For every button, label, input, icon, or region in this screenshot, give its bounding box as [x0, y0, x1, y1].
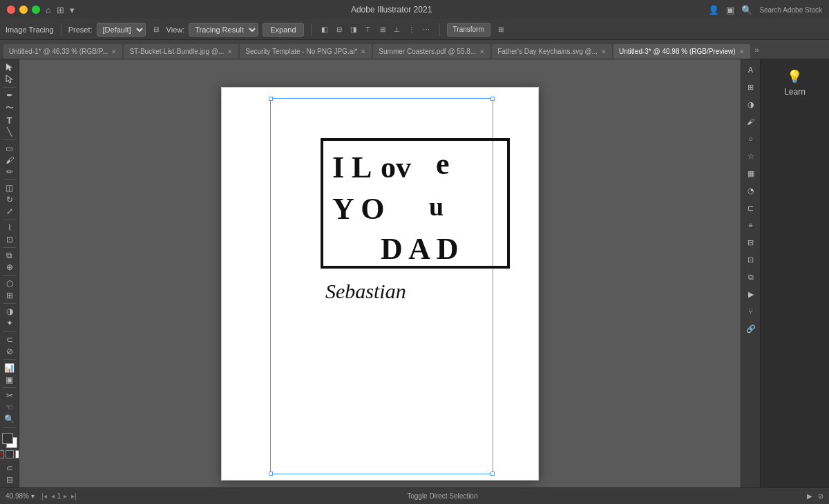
column-graph-icon[interactable]: 📊 [2, 362, 17, 373]
transform-options-icon[interactable]: ⊞ [495, 23, 507, 36]
tab-4[interactable]: Father's Day Keychains.svg @... ✕ [491, 43, 613, 59]
page-last-btn[interactable]: ▸| [70, 492, 78, 500]
tab-0-close[interactable]: ✕ [111, 48, 117, 55]
swatch-container[interactable] [2, 433, 17, 448]
minimize-button[interactable] [19, 6, 28, 14]
brush-icon[interactable]: 🖌 [743, 114, 759, 129]
search-adobe-icon[interactable]: 🔍 [741, 5, 752, 15]
zoom-tool-icon[interactable]: 🔍 [2, 414, 17, 425]
variables-icon[interactable]: ⑂ [743, 304, 759, 319]
tab-1-close[interactable]: ✕ [227, 48, 233, 55]
distribute-h-icon[interactable]: ⋮ [406, 23, 418, 36]
blend-tool-icon[interactable]: ⊂ [2, 335, 17, 345]
line-tool-icon[interactable]: ╲ [2, 127, 17, 137]
pathfinder-icon[interactable]: ⧉ [743, 269, 759, 284]
appearance-icon[interactable]: ≡ [743, 217, 759, 233]
graphic-styles-icon[interactable]: ☆ [743, 148, 759, 164]
symbols-icon[interactable]: ○ [743, 131, 759, 146]
rotate-tool-icon[interactable]: ↻ [2, 195, 17, 205]
paintbrush-tool-icon[interactable]: 🖌 [2, 155, 17, 165]
view-select[interactable]: Tracing Result [189, 23, 258, 37]
tab-5[interactable]: Untitled-3* @ 40.98 % (RGB/Preview) ✕ [613, 43, 751, 59]
status-extra-icon[interactable]: ⊘ [818, 492, 823, 500]
handle-br[interactable] [490, 472, 495, 476]
learn-button[interactable]: 💡 Learn [780, 65, 810, 101]
symbol-sprayer-icon[interactable]: ⊘ [2, 346, 17, 356]
no-color-swatch[interactable] [0, 450, 4, 458]
align-top-icon[interactable]: ⊤ [362, 23, 374, 36]
eyedropper-icon[interactable]: ✦ [2, 318, 17, 329]
direct-selection-tool-icon[interactable] [2, 74, 17, 84]
tab-2-close[interactable]: ✕ [361, 48, 366, 55]
warp-tool-icon[interactable]: ⌇ [2, 222, 17, 233]
hand-tool-icon[interactable]: ☜ [2, 403, 17, 413]
slice-tool-icon[interactable]: ✂ [2, 391, 17, 401]
pencil-tool-icon[interactable]: ✏ [2, 166, 17, 177]
expand-button[interactable]: Expand [263, 23, 303, 37]
arrangement-icon[interactable]: ▣ [726, 5, 734, 15]
align-icon[interactable]: ⊟ [743, 235, 759, 250]
rectangle-tool-icon[interactable]: ▭ [2, 143, 17, 153]
live-paint-icon[interactable]: ⊕ [2, 262, 17, 273]
shape-builder-icon[interactable]: ⧉ [2, 251, 17, 261]
tab-3[interactable]: Summer Coasters.pdf @ 55.8... ✕ [372, 43, 491, 59]
libraries-icon[interactable]: ◑ [743, 97, 759, 112]
tab-3-close[interactable]: ✕ [479, 48, 485, 55]
layers-icon[interactable]: ⊞ [743, 79, 759, 95]
handle-tl[interactable] [269, 97, 273, 101]
gradient-tool-icon[interactable]: ◑ [2, 307, 17, 317]
page-first-btn[interactable]: |◂ [40, 492, 48, 500]
free-transform-icon[interactable]: ⊡ [2, 234, 17, 244]
actions-icon[interactable]: ▶ [743, 287, 759, 302]
zoom-dropdown-icon[interactable]: ▾ [31, 492, 35, 500]
preset-select[interactable]: [Default] [97, 23, 146, 37]
properties-icon[interactable]: A [743, 62, 759, 77]
home-icon[interactable]: ⌂ [46, 5, 51, 15]
selection-tool-icon[interactable] [2, 62, 17, 72]
tab-1[interactable]: ST-Bucket-List-Bundle.jpg @... ✕ [123, 43, 239, 59]
align-center-v-icon[interactable]: ⊞ [377, 23, 389, 36]
black-swatch[interactable] [6, 450, 14, 458]
transform-panel-icon[interactable]: ⊡ [743, 252, 759, 267]
profile-icon[interactable]: 👤 [708, 5, 719, 15]
tab-4-close[interactable]: ✕ [601, 48, 607, 55]
eraser-tool-icon[interactable]: ◫ [2, 183, 17, 193]
maximize-button[interactable] [32, 6, 40, 14]
distribute-v-icon[interactable]: ⋯ [420, 23, 432, 36]
page-next-btn[interactable]: ▸ [62, 492, 68, 500]
foreground-color-swatch[interactable] [2, 433, 13, 444]
align-right-icon[interactable]: ◨ [347, 23, 360, 36]
type-tool-icon[interactable]: T [2, 115, 17, 126]
workspace-arrow-icon[interactable]: ▾ [70, 5, 75, 15]
pen-tool-icon[interactable]: ✒ [2, 90, 17, 101]
drawing-mode-icon[interactable]: ⊂ [2, 463, 17, 473]
swatches-icon[interactable]: ▦ [743, 166, 759, 181]
links-icon[interactable]: 🔗 [743, 321, 759, 336]
handle-tr[interactable] [490, 97, 495, 101]
screen-mode-icon[interactable]: ⊟ [2, 474, 17, 485]
transform-button[interactable]: Transform [447, 23, 490, 37]
color-icon[interactable]: ◔ [743, 183, 759, 198]
canvas-area[interactable]: I L ov e Y O u D A D Sebastian [19, 59, 741, 487]
page-prev-btn[interactable]: ◂ [50, 492, 56, 500]
tabs-overflow[interactable]: » [751, 46, 763, 54]
align-bottom-icon[interactable]: ⊥ [391, 23, 403, 36]
tab-0[interactable]: Untitled-1* @ 46.33 % (RGB/P... ✕ [3, 43, 123, 59]
tab-2[interactable]: Security Template - No PNG JPG.ai* ✕ [239, 43, 372, 59]
view-mode-icon[interactable]: ⊟ [150, 23, 162, 36]
align-left-icon[interactable]: ◧ [318, 23, 331, 36]
search-adobe-label[interactable]: Search Adobe Stock [759, 6, 822, 14]
status-arrow-icon[interactable]: ▶ [807, 492, 812, 500]
color-guide-icon[interactable]: ⊏ [743, 200, 759, 215]
scale-tool-icon[interactable]: ⤢ [2, 206, 17, 217]
tab-5-close[interactable]: ✕ [739, 48, 745, 55]
close-button[interactable] [7, 6, 15, 14]
zoom-value[interactable]: 40.98% [6, 492, 29, 500]
curvature-tool-icon[interactable]: 〜 [2, 102, 17, 114]
handle-bl[interactable] [269, 472, 273, 476]
align-center-h-icon[interactable]: ⊟ [333, 23, 345, 36]
mesh-tool-icon[interactable]: ⊞ [2, 290, 17, 300]
page-number[interactable]: 1 [57, 492, 61, 500]
artboard-tool-icon[interactable]: ▣ [2, 374, 17, 385]
workspace-icon[interactable]: ⊞ [57, 5, 64, 15]
